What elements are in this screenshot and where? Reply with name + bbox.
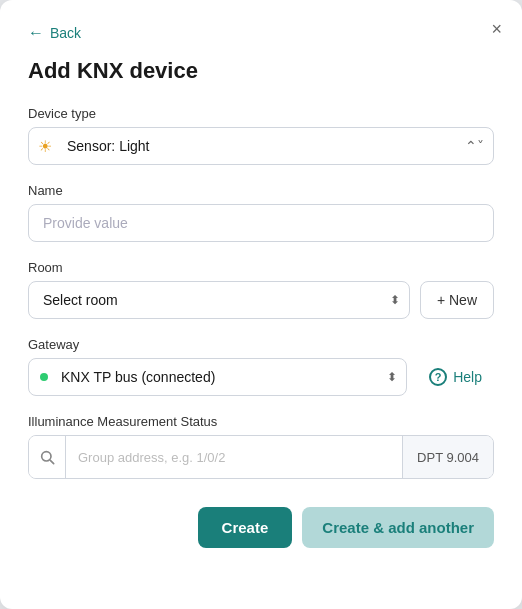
page-title: Add KNX device xyxy=(28,58,494,84)
device-type-select[interactable]: Sensor: Light xyxy=(28,127,494,165)
close-button[interactable]: × xyxy=(487,16,506,42)
name-label: Name xyxy=(28,183,494,198)
illuminance-group: Illuminance Measurement Status DPT 9.004 xyxy=(28,414,494,479)
gateway-label: Gateway xyxy=(28,337,494,352)
modal: × ← Back Add KNX device Device type ☀ Se… xyxy=(0,0,522,609)
dpt-badge: DPT 9.004 xyxy=(402,436,493,478)
device-type-group: Device type ☀ Sensor: Light ⌃˅ xyxy=(28,106,494,165)
footer-actions: Create Create & add another xyxy=(28,507,494,548)
group-address-input[interactable] xyxy=(66,440,402,475)
gateway-group: Gateway KNX TP bus (connected) ⬍ ? Help xyxy=(28,337,494,396)
help-circle-icon: ? xyxy=(429,368,447,386)
create-add-another-button[interactable]: Create & add another xyxy=(302,507,494,548)
gateway-row: KNX TP bus (connected) ⬍ ? Help xyxy=(28,358,494,396)
room-select[interactable]: Select room xyxy=(28,281,410,319)
room-row: Select room ⬍ + New xyxy=(28,281,494,319)
svg-line-1 xyxy=(50,460,53,463)
gateway-select-wrapper: KNX TP bus (connected) ⬍ xyxy=(28,358,407,396)
create-button[interactable]: Create xyxy=(198,507,293,548)
back-arrow-icon: ← xyxy=(28,24,44,42)
room-select-wrapper: Select room ⬍ xyxy=(28,281,410,319)
search-icon-wrapper xyxy=(29,436,66,478)
name-input[interactable] xyxy=(28,204,494,242)
search-icon xyxy=(39,449,55,465)
room-group: Room Select room ⬍ + New xyxy=(28,260,494,319)
help-button[interactable]: ? Help xyxy=(417,358,494,396)
help-label: Help xyxy=(453,369,482,385)
name-group: Name xyxy=(28,183,494,242)
svg-point-0 xyxy=(42,452,51,461)
connected-status-dot xyxy=(40,373,48,381)
illuminance-label: Illuminance Measurement Status xyxy=(28,414,494,429)
device-type-label: Device type xyxy=(28,106,494,121)
room-label: Room xyxy=(28,260,494,275)
device-type-select-wrapper: ☀ Sensor: Light ⌃˅ xyxy=(28,127,494,165)
gateway-select[interactable]: KNX TP bus (connected) xyxy=(28,358,407,396)
illuminance-input-row: DPT 9.004 xyxy=(28,435,494,479)
back-button[interactable]: ← Back xyxy=(28,24,81,42)
new-room-button[interactable]: + New xyxy=(420,281,494,319)
back-label: Back xyxy=(50,25,81,41)
